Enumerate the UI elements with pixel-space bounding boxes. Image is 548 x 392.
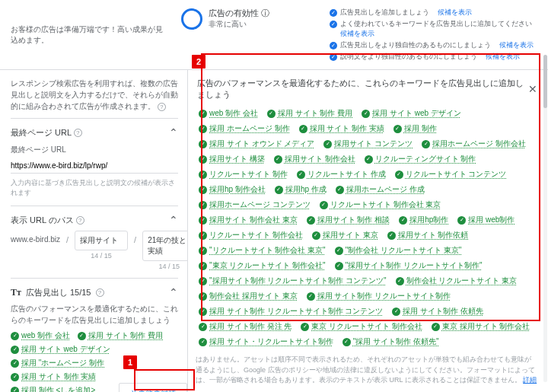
check-icon: ✓ xyxy=(432,323,440,331)
check-icon: ✓ xyxy=(395,171,403,179)
keyword-chip[interactable]: ✓採用 サイト 制作 実績 xyxy=(299,123,384,134)
keyword-chip[interactable]: ✓"採用サイト制作 リクルートサイト制作" xyxy=(335,260,483,271)
check-icon: ✓ xyxy=(11,346,19,354)
keyword-label: 採用ホームページ 制作会社 xyxy=(432,139,526,149)
check-icon: ✓ xyxy=(199,186,207,194)
final-url-input[interactable] xyxy=(11,158,178,174)
keyword-chip[interactable]: ✓リクルートサイト 制作 xyxy=(199,169,288,180)
check-icon: ✓ xyxy=(336,186,344,194)
keyword-chip[interactable]: ✓採用サイト 東京 xyxy=(312,230,378,241)
keyword-chip[interactable]: ✓"採用サイト制作 リクルートサイト制作 コンテンツ" xyxy=(199,276,387,286)
keyword-chip[interactable]: ✓採用hp 作成 xyxy=(275,184,327,195)
keyword-chip[interactable]: ✓採用 サイト web デザイン xyxy=(11,344,110,355)
keyword-label: web 制作 会社 xyxy=(209,108,258,119)
keyword-chip[interactable]: ✓制作会社 採用サイト 東京 xyxy=(199,291,298,301)
keyword-chip[interactable]: ✓採用 サイト オウンド メディア xyxy=(199,139,314,149)
check-icon: ✓ xyxy=(275,186,283,194)
keyword-label: 東京 リクルートサイト 制作会社 xyxy=(311,321,422,332)
keyword-label: 採用 サイト・リクルートサイト制作 xyxy=(209,336,333,347)
check-icon: ✓ xyxy=(399,216,407,225)
keyword-chip[interactable]: ✓採用 サイト制作 リクルートサイト制作 コンテンツ xyxy=(199,306,383,317)
keyword-chip[interactable]: ✓"採用 サイト制作 依頼先" xyxy=(342,336,439,347)
keyword-chip[interactable]: ✓採用 制作 <しを追加> xyxy=(11,385,95,392)
keyword-chip[interactable]: ✓リクルーティングサイト 制作 xyxy=(365,154,476,164)
keyword-label: 採用サイト 制作会社 東京 xyxy=(209,215,298,225)
check-icon: ✓ xyxy=(199,292,207,301)
rec-link[interactable]: 候補を表示 xyxy=(486,52,520,62)
rec-link[interactable]: 候補を表示 xyxy=(340,29,374,39)
keyword-chip[interactable]: ✓採用hp 制作会社 xyxy=(199,184,266,195)
keyword-chip[interactable]: ✓リクルートサイト 制作会社 xyxy=(199,230,303,241)
more-suggestions-button[interactable]: その他の候補 xyxy=(119,383,187,392)
rec-link[interactable]: 候補を表示 xyxy=(499,40,534,50)
keyword-chip[interactable]: ✓採用 web制作 xyxy=(457,215,515,225)
keyword-chip[interactable]: ✓リクルートサイト 制作会社 東京 xyxy=(320,199,441,210)
keyword-chip[interactable]: ✓採用ホームページ コンテンツ xyxy=(199,199,311,210)
keyword-chip[interactable]: ✓採用 サイト 制作 費用 xyxy=(267,108,352,119)
path1-input[interactable]: 採用サイト xyxy=(75,231,128,250)
section-header[interactable]: 最終ページ URL ? ⌃ xyxy=(11,126,178,139)
check-icon: ✓ xyxy=(396,277,404,285)
keyword-chip[interactable]: ✓"リクルートサイト 制作会社 東京" xyxy=(199,245,326,256)
help-icon[interactable]: ? xyxy=(96,288,104,297)
keyword-chip[interactable]: ✓採用 "ホームページ 制作 xyxy=(11,358,104,368)
intro-text: レスポンシブ検索広告を利用すれば、複数の広告見出しと説明文を入力するだけで、それ… xyxy=(11,78,178,112)
keyword-chip[interactable]: ✓東京 採用サイト 制作会社 xyxy=(432,321,530,332)
keyword-label: "採用サイト制作 リクルートサイト制作 コンテンツ" xyxy=(209,276,387,286)
keyword-label: 採用サイト 構築 xyxy=(209,154,265,164)
display-domain: www.e-bird.biz xyxy=(11,231,60,244)
path2-counter: 14 / 15 xyxy=(158,263,180,270)
keyword-chip[interactable]: ✓採用サイト 制作 相談 xyxy=(307,215,390,225)
help-icon[interactable]: ? xyxy=(158,103,166,111)
section-header[interactable]: Tт 広告見出し 15/15 ? ⌃ xyxy=(11,286,178,298)
keyword-chip[interactable]: ✓採用サイト 構築 xyxy=(199,154,265,164)
keyword-chip[interactable]: ✓採用 ホームページ 制作 xyxy=(199,123,290,134)
scrollbar-thumb[interactable] xyxy=(543,55,547,108)
headlines-section: Tт 広告見出し 15/15 ? ⌃ 広告のパフォーマンスを最適化するために、こ… xyxy=(11,278,178,392)
check-icon: ✓ xyxy=(320,201,328,209)
keyword-chip[interactable]: ✓リクルートサイト コンテンツ xyxy=(395,169,507,180)
keyword-chip[interactable]: ✓採用サイト 制作会社 xyxy=(274,154,355,164)
keyword-chip[interactable]: ✓採用 制作 xyxy=(393,123,437,134)
ad-strength-circle-icon xyxy=(181,8,202,30)
keyword-chip[interactable]: ✓採用 サイト制作 リクルートサイト制作 xyxy=(307,291,451,301)
keyword-chip[interactable]: ✓採用サイト 制作依頼 xyxy=(387,230,469,241)
keyword-label: 採用サイト 制作会社 xyxy=(285,154,355,164)
check-icon: ✓ xyxy=(199,277,207,285)
keyword-label: 制作会社 採用サイト 東京 xyxy=(209,291,298,301)
help-icon[interactable]: ? xyxy=(76,216,84,225)
path2-input[interactable]: 21年の技と実績 xyxy=(142,231,188,261)
keyword-label: リクルートサイト 作成 xyxy=(307,169,386,180)
keyword-chip[interactable]: ✓採用サイト コンテンツ xyxy=(323,139,413,149)
keyword-chip[interactable]: ✓web 制作 会社 xyxy=(199,108,258,119)
keyword-chip[interactable]: ✓東京 リクルートサイト 制作会社 xyxy=(301,321,422,332)
path-separator: / xyxy=(134,231,136,244)
keyword-chip[interactable]: ✓採用 サイト 制作 費用 xyxy=(78,330,163,341)
rec-link[interactable]: 候補を表示 xyxy=(438,8,472,18)
details-link[interactable]: 詳細 xyxy=(523,376,537,384)
keyword-chip[interactable]: ✓採用 サイト 制作 実績 xyxy=(11,371,96,382)
panel-header: 広告のパフォーマンスを最適化するために、これらのキーワードを広告見出しに追加しま… xyxy=(196,78,537,100)
keyword-chip[interactable]: ✓web 制作 会社 xyxy=(11,330,70,341)
close-icon[interactable]: ✕ xyxy=(528,83,537,95)
keyword-chip[interactable]: ✓採用 サイト制作 依頼先 xyxy=(392,306,483,317)
rec-text: よく使われているキーワードを広告見出しに追加してください xyxy=(340,19,532,29)
keyword-chip[interactable]: ✓リクルートサイト 作成 xyxy=(297,169,386,180)
keyword-chip[interactable]: ✓採用ホームページ 作成 xyxy=(336,184,425,195)
keyword-chip[interactable]: ✓採用 サイト web デザイン xyxy=(362,108,461,119)
section-header[interactable]: 表示 URL のパス ? ⌃ xyxy=(11,214,178,226)
check-icon: ✓ xyxy=(199,201,207,209)
keyword-chip[interactable]: ✓採用hp制作 xyxy=(399,215,448,225)
keyword-label: リクルートサイト コンテンツ xyxy=(406,169,507,180)
keyword-label: 採用 "ホームページ 制作 xyxy=(21,358,104,368)
check-icon: ✓ xyxy=(335,262,343,270)
keyword-chip[interactable]: ✓"制作会社 リクルートサイト 東京" xyxy=(335,245,462,256)
keyword-chip[interactable]: ✓"東京 リクルートサイト 制作会社" xyxy=(199,260,326,271)
keyword-chip[interactable]: ✓採用 サイト制作 発注 先 xyxy=(199,321,292,332)
keyword-chip[interactable]: ✓制作会社 リクルートサイト 東京 xyxy=(396,276,518,286)
help-icon[interactable]: ? xyxy=(74,129,82,137)
keyword-label: 採用サイト 制作依頼 xyxy=(398,230,469,241)
keyword-chip[interactable]: ✓採用サイト 制作会社 東京 xyxy=(199,215,298,225)
keyword-chip[interactable]: ✓採用ホームページ 制作会社 xyxy=(422,139,526,149)
keyword-chip[interactable]: ✓採用 サイト・リクルートサイト制作 xyxy=(199,336,333,347)
